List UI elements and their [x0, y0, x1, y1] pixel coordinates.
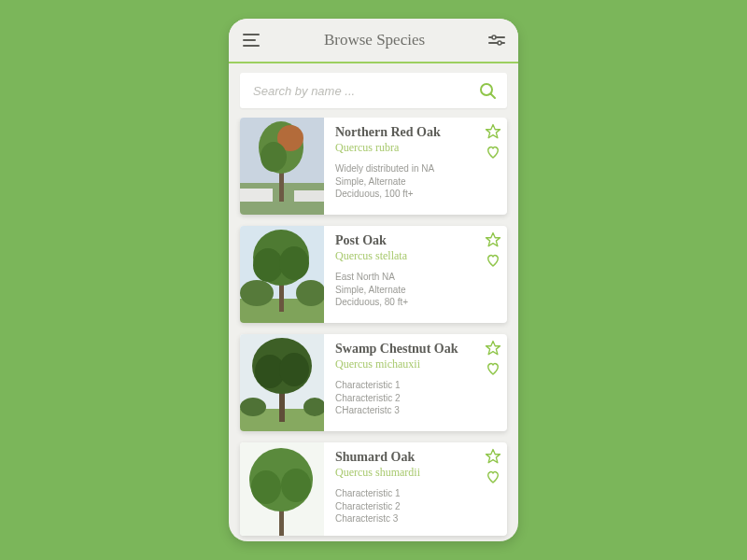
char-line: Characteristic 2: [335, 392, 501, 405]
svg-rect-12: [294, 190, 324, 202]
species-card[interactable]: Northern Red Oak Quercus rubra Widely di…: [240, 118, 507, 215]
svg-point-25: [279, 246, 309, 280]
card-actions: [485, 123, 501, 161]
species-latin: Quercus rubra: [335, 141, 501, 155]
filter-icon[interactable]: [488, 34, 505, 47]
species-thumb: [240, 226, 324, 323]
accent-divider: [229, 62, 518, 63]
search-bar[interactable]: [240, 73, 507, 108]
species-card[interactable]: Post Oak Quercus stellata East North NA …: [240, 226, 507, 323]
svg-rect-11: [240, 189, 273, 202]
species-thumb: [240, 334, 324, 431]
species-thumb: [240, 118, 324, 215]
species-thumb: [240, 442, 324, 536]
char-line: Deciduous, 80 ft+: [335, 296, 501, 309]
heart-icon[interactable]: [485, 252, 501, 269]
svg-point-29: [240, 398, 266, 416]
header: Browse Species: [229, 19, 518, 62]
star-icon[interactable]: [485, 123, 501, 140]
svg-marker-17: [486, 125, 500, 138]
species-latin: Quercus shumardii: [335, 466, 501, 480]
char-line: Characteristic 2: [335, 500, 501, 513]
species-card[interactable]: Swamp Chestnut Oak Quercus michauxii Cha…: [240, 334, 507, 431]
svg-point-4: [492, 35, 496, 39]
svg-point-39: [251, 470, 281, 504]
star-icon[interactable]: [485, 340, 501, 357]
svg-marker-35: [486, 342, 500, 355]
char-line: Deciduous, 100 ft+: [335, 188, 501, 201]
species-characteristics: Widely distributed in NA Simple, Alterna…: [335, 162, 501, 201]
svg-point-40: [281, 469, 311, 502]
species-info: Northern Red Oak Quercus rubra Widely di…: [324, 118, 507, 215]
svg-point-6: [498, 41, 501, 45]
char-line: Simple, Alternate: [335, 284, 501, 297]
svg-point-20: [240, 280, 274, 306]
char-line: Characteristic 1: [335, 487, 501, 500]
search-icon[interactable]: [477, 80, 498, 101]
card-actions: [485, 448, 501, 485]
species-name: Northern Red Oak: [335, 125, 501, 140]
search-input[interactable]: [253, 84, 477, 98]
svg-marker-41: [486, 450, 500, 463]
species-info: Post Oak Quercus stellata East North NA …: [324, 226, 507, 323]
species-characteristics: Characteristic 1 Characteristic 2 CHarac…: [335, 379, 501, 417]
species-latin: Quercus stellata: [335, 249, 501, 263]
species-name: Shumard Oak: [335, 450, 501, 465]
menu-icon[interactable]: [242, 33, 261, 48]
svg-line-8: [491, 94, 496, 99]
svg-point-16: [261, 142, 287, 172]
char-line: Simple, Alternate: [335, 175, 501, 189]
species-characteristics: Characteristic 1 Characteristic 2 Charac…: [335, 487, 501, 525]
char-line: Characteristic 1: [335, 379, 501, 392]
svg-marker-26: [486, 233, 500, 246]
char-line: Characteristc 3: [335, 512, 501, 525]
species-info: Shumard Oak Quercus shumardii Characteri…: [324, 442, 507, 536]
app-frame: Browse Species: [229, 19, 518, 541]
heart-icon[interactable]: [485, 360, 501, 377]
char-line: East North NA: [335, 271, 501, 284]
heart-icon[interactable]: [485, 144, 501, 161]
card-actions: [485, 340, 501, 377]
heart-icon[interactable]: [485, 469, 501, 485]
char-line: CHaracteristc 3: [335, 404, 501, 417]
card-actions: [485, 231, 501, 269]
species-list: Northern Red Oak Quercus rubra Widely di…: [229, 118, 518, 541]
svg-point-34: [279, 353, 309, 386]
species-name: Post Oak: [335, 233, 501, 248]
species-latin: Quercus michauxii: [335, 357, 501, 371]
species-card[interactable]: Shumard Oak Quercus shumardii Characteri…: [240, 442, 507, 536]
species-name: Swamp Chestnut Oak: [335, 342, 501, 357]
page-title: Browse Species: [324, 31, 425, 49]
species-characteristics: East North NA Simple, Alternate Deciduou…: [335, 271, 501, 309]
svg-point-24: [253, 248, 283, 282]
star-icon[interactable]: [485, 231, 501, 248]
star-icon[interactable]: [485, 448, 501, 465]
species-info: Swamp Chestnut Oak Quercus michauxii Cha…: [324, 334, 507, 431]
char-line: Widely distributed in NA: [335, 162, 501, 175]
